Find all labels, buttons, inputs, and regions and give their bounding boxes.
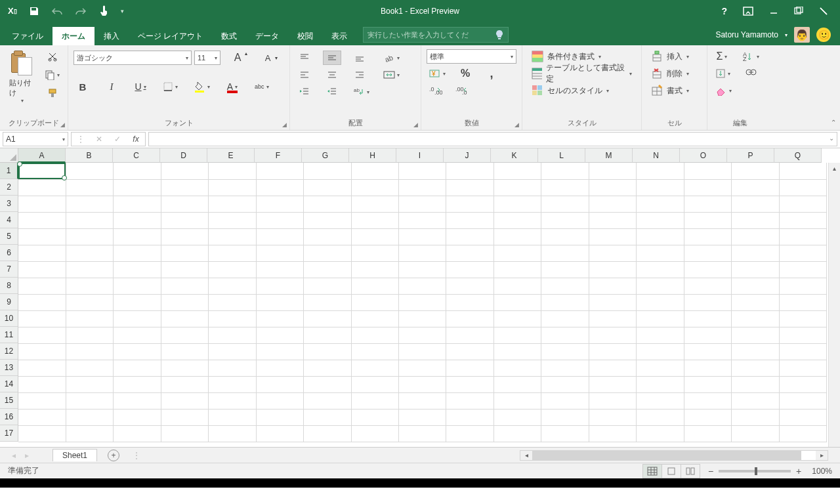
cell[interactable]	[66, 310, 113, 327]
expand-formula-icon[interactable]: ⌄	[829, 135, 834, 142]
cell[interactable]	[114, 196, 161, 212]
cell[interactable]	[494, 179, 541, 196]
cell[interactable]	[589, 376, 636, 392]
cell[interactable]	[541, 196, 589, 212]
font-color-button[interactable]: A	[223, 79, 242, 94]
cell[interactable]	[351, 163, 398, 179]
tab-data[interactable]: データ	[246, 27, 288, 45]
scroll-left-icon[interactable]: ◂	[520, 452, 532, 459]
cell[interactable]	[18, 163, 66, 179]
cell[interactable]	[209, 278, 256, 294]
vertical-scrollbar[interactable]: ▴	[828, 163, 840, 447]
column-header[interactable]: H	[349, 148, 396, 163]
row-header[interactable]: 14	[0, 376, 18, 392]
row-header[interactable]: 3	[0, 196, 18, 212]
cell[interactable]	[351, 228, 398, 245]
cell[interactable]	[304, 360, 351, 376]
cell[interactable]	[637, 228, 684, 245]
cell[interactable]	[161, 212, 208, 228]
options-icon[interactable]: ⋮	[72, 133, 90, 146]
tab-home[interactable]: ホーム	[52, 27, 94, 45]
cell[interactable]	[446, 376, 494, 392]
cell[interactable]	[494, 409, 541, 425]
cell[interactable]	[589, 261, 636, 278]
cell[interactable]	[684, 163, 731, 179]
cell[interactable]	[256, 425, 303, 442]
tab-formulas[interactable]: 数式	[212, 27, 246, 45]
cell[interactable]	[304, 425, 351, 442]
maximize-icon[interactable]	[794, 7, 803, 16]
number-launcher-icon[interactable]: ◢	[514, 121, 519, 128]
cell[interactable]	[637, 261, 684, 278]
cell[interactable]	[209, 327, 256, 343]
cell[interactable]	[351, 196, 398, 212]
save-icon[interactable]	[29, 6, 39, 16]
cell[interactable]	[399, 163, 446, 179]
merge-center-button[interactable]	[381, 68, 402, 82]
cell[interactable]	[446, 245, 494, 261]
cell[interactable]	[541, 228, 589, 245]
cell[interactable]	[541, 327, 589, 343]
cell[interactable]	[161, 228, 208, 245]
cancel-icon[interactable]: ✕	[90, 133, 108, 146]
column-header[interactable]: D	[160, 148, 207, 163]
column-header[interactable]: L	[538, 148, 585, 163]
cell[interactable]	[399, 343, 446, 360]
cell[interactable]	[494, 294, 541, 310]
cell[interactable]	[399, 261, 446, 278]
cell[interactable]	[66, 212, 113, 228]
cell[interactable]	[637, 425, 684, 442]
cell[interactable]	[114, 163, 161, 179]
cell[interactable]	[779, 343, 827, 360]
cell[interactable]	[161, 360, 208, 376]
row-header[interactable]: 13	[0, 360, 18, 376]
cell[interactable]	[351, 343, 398, 360]
cell[interactable]	[637, 212, 684, 228]
cell[interactable]	[494, 392, 541, 409]
cell[interactable]	[589, 245, 636, 261]
tab-insert[interactable]: 挿入	[94, 27, 129, 45]
column-header[interactable]: N	[633, 148, 680, 163]
cell[interactable]	[732, 179, 779, 196]
cell[interactable]	[637, 245, 684, 261]
cell[interactable]	[114, 376, 161, 392]
cell[interactable]	[66, 327, 113, 343]
cell[interactable]	[209, 245, 256, 261]
cell[interactable]	[589, 163, 636, 179]
cell[interactable]	[779, 228, 827, 245]
tell-me-box[interactable]: 実行したい作業を入力してくだ	[363, 27, 509, 43]
cell[interactable]	[446, 392, 494, 409]
name-box[interactable]: A1▾	[3, 132, 68, 146]
cell[interactable]	[209, 425, 256, 442]
cell[interactable]	[161, 196, 208, 212]
align-top-button[interactable]	[295, 51, 314, 65]
cell[interactable]	[66, 392, 113, 409]
column-header[interactable]: C	[113, 148, 160, 163]
cell[interactable]	[541, 376, 589, 392]
cell[interactable]	[732, 376, 779, 392]
cell[interactable]	[779, 392, 827, 409]
cell[interactable]	[779, 327, 827, 343]
cell[interactable]	[446, 261, 494, 278]
row-header[interactable]: 5	[0, 228, 18, 245]
scroll-up-icon[interactable]: ▴	[829, 163, 840, 175]
format-as-table-button[interactable]: テーブルとして書式設定▾	[528, 65, 636, 82]
cell[interactable]	[589, 425, 636, 442]
cell[interactable]	[256, 294, 303, 310]
font-size-combo[interactable]: 11▾	[194, 51, 220, 65]
cell[interactable]	[494, 245, 541, 261]
sort-filter-button[interactable]: AZ	[740, 49, 762, 64]
cell[interactable]	[304, 310, 351, 327]
cell[interactable]	[732, 261, 779, 278]
cell[interactable]	[494, 261, 541, 278]
cell[interactable]	[304, 261, 351, 278]
alignment-launcher-icon[interactable]: ◢	[413, 121, 418, 128]
page-layout-view-button[interactable]	[662, 464, 681, 478]
cell[interactable]	[541, 294, 589, 310]
cell[interactable]	[18, 179, 66, 196]
cell[interactable]	[637, 360, 684, 376]
cell[interactable]	[256, 228, 303, 245]
sheet-tab[interactable]: Sheet1	[52, 449, 97, 461]
cell[interactable]	[541, 163, 589, 179]
cell[interactable]	[351, 278, 398, 294]
